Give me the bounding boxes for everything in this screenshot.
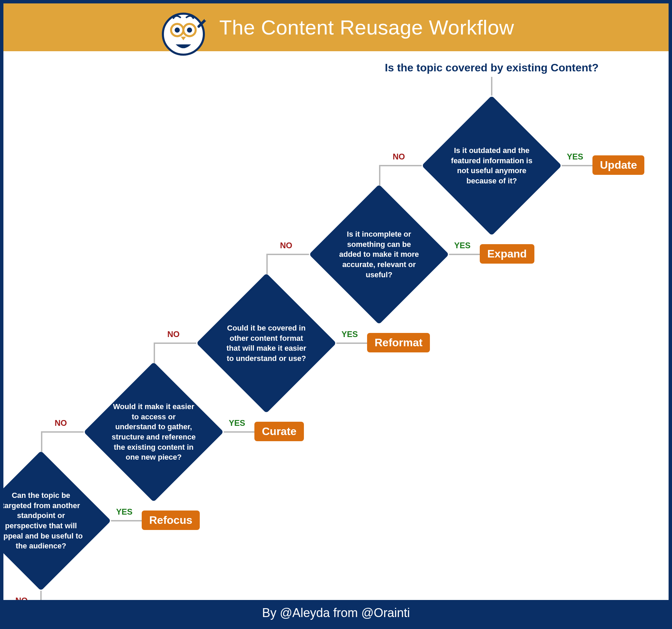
diagram-frame: The Content Reusage Workflow Is the topi… [0,0,672,629]
connector [491,77,492,96]
no-label: NO [167,330,180,339]
action-refocus: Refocus [142,511,200,530]
no-label: NO [55,418,67,428]
connector [41,431,84,433]
connector [154,343,196,344]
yes-label: YES [454,241,471,250]
connector [154,343,155,363]
action-expand: Expand [480,244,534,264]
connector [379,165,380,185]
header-bar: The Content Reusage Workflow [3,3,669,51]
yes-label: YES [341,330,358,339]
decision-curate-text: Would it make it easier to access or und… [111,402,196,462]
svg-point-0 [163,14,204,55]
action-reformat: Reformat [367,333,430,352]
svg-point-4 [175,28,180,33]
action-update: Update [592,155,644,175]
connector [111,520,142,521]
decision-refocus-text: Can the topic be targeted from another s… [0,490,84,551]
decision-outdated-text: Is it outdated and the featured informat… [449,145,534,186]
connector [562,165,592,166]
connector [266,254,309,255]
connector [41,431,42,452]
connector [224,431,254,433]
start-question: Is the topic covered by existing Content… [372,61,611,74]
connector [379,165,422,166]
no-label: NO [280,241,292,250]
decision-incomplete-text: Is it incomplete or something can be add… [336,229,422,280]
svg-point-5 [187,28,192,33]
footer-text: By @Aleyda from @Orainti [262,606,410,620]
header-title: The Content Reusage Workflow [219,16,514,39]
action-curate: Curate [254,422,304,441]
no-label: NO [393,152,405,162]
footer-bar: By @Aleyda from @Orainti [3,600,669,626]
svg-point-7 [205,17,209,21]
connector [449,254,480,255]
flowchart-canvas: Is the topic covered by existing Content… [3,51,669,600]
yes-label: YES [567,152,583,162]
decision-reformat-text: Could it be covered in other content for… [224,323,309,364]
connector [336,343,367,344]
connector [266,254,268,274]
yes-label: YES [116,507,132,517]
yes-label: YES [229,418,245,428]
